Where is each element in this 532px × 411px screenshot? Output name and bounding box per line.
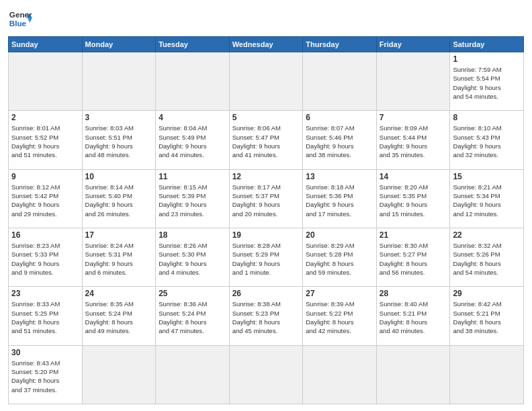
day-number: 16 xyxy=(11,230,79,240)
day-number: 6 xyxy=(306,113,373,122)
day-number: 18 xyxy=(159,230,226,240)
day-info: Sunrise: 8:23 AM Sunset: 5:33 PM Dayligh… xyxy=(11,241,79,277)
calendar-cell: 23Sunrise: 8:33 AM Sunset: 5:25 PM Dayli… xyxy=(9,287,83,345)
calendar-cell xyxy=(376,345,450,404)
calendar-cell xyxy=(82,52,156,111)
calendar-cell: 21Sunrise: 8:30 AM Sunset: 5:27 PM Dayli… xyxy=(376,228,450,286)
calendar-cell: 12Sunrise: 8:17 AM Sunset: 5:37 PM Dayli… xyxy=(229,169,303,228)
day-number: 14 xyxy=(380,172,447,181)
calendar-cell: 5Sunrise: 8:06 AM Sunset: 5:47 PM Daylig… xyxy=(229,111,303,169)
day-number: 2 xyxy=(11,113,79,122)
day-number: 3 xyxy=(85,113,153,122)
day-info: Sunrise: 8:12 AM Sunset: 5:42 PM Dayligh… xyxy=(11,183,79,218)
calendar-cell xyxy=(303,345,377,404)
calendar-cell: 16Sunrise: 8:23 AM Sunset: 5:33 PM Dayli… xyxy=(9,228,83,286)
day-number: 23 xyxy=(11,289,79,298)
calendar-cell: 27Sunrise: 8:39 AM Sunset: 5:22 PM Dayli… xyxy=(303,287,377,345)
svg-marker-3 xyxy=(28,17,32,22)
day-number: 4 xyxy=(159,113,226,122)
day-info: Sunrise: 7:59 AM Sunset: 5:54 PM Dayligh… xyxy=(453,65,521,101)
calendar-cell xyxy=(82,345,156,404)
day-number: 5 xyxy=(232,113,300,122)
calendar-cell: 11Sunrise: 8:15 AM Sunset: 5:39 PM Dayli… xyxy=(156,169,230,228)
day-info: Sunrise: 8:26 AM Sunset: 5:30 PM Dayligh… xyxy=(159,241,226,277)
day-info: Sunrise: 8:03 AM Sunset: 5:51 PM Dayligh… xyxy=(85,124,153,159)
calendar-cell: 6Sunrise: 8:07 AM Sunset: 5:46 PM Daylig… xyxy=(303,111,377,169)
day-info: Sunrise: 8:29 AM Sunset: 5:28 PM Dayligh… xyxy=(306,241,373,277)
calendar-body: 1Sunrise: 7:59 AM Sunset: 5:54 PM Daylig… xyxy=(9,52,524,404)
day-number: 7 xyxy=(380,113,447,122)
day-number: 20 xyxy=(306,230,373,240)
calendar-cell: 30Sunrise: 8:43 AM Sunset: 5:20 PM Dayli… xyxy=(9,345,83,404)
week-row-3: 16Sunrise: 8:23 AM Sunset: 5:33 PM Dayli… xyxy=(9,228,524,286)
calendar-cell xyxy=(450,345,524,404)
day-number: 30 xyxy=(11,348,79,357)
day-number: 1 xyxy=(453,54,521,64)
svg-text:Blue: Blue xyxy=(9,19,27,28)
calendar-cell xyxy=(376,52,450,111)
day-number: 26 xyxy=(232,289,300,298)
calendar-cell: 15Sunrise: 8:21 AM Sunset: 5:34 PM Dayli… xyxy=(450,169,524,228)
day-info: Sunrise: 8:42 AM Sunset: 5:21 PM Dayligh… xyxy=(453,300,521,335)
day-of-week-tuesday: Tuesday xyxy=(156,37,230,52)
day-info: Sunrise: 8:28 AM Sunset: 5:29 PM Dayligh… xyxy=(232,241,300,277)
day-number: 10 xyxy=(85,172,153,181)
day-info: Sunrise: 8:43 AM Sunset: 5:20 PM Dayligh… xyxy=(11,359,79,394)
calendar: SundayMondayTuesdayWednesdayThursdayFrid… xyxy=(8,36,524,404)
day-info: Sunrise: 8:21 AM Sunset: 5:34 PM Dayligh… xyxy=(453,183,521,218)
logo: General Blue xyxy=(8,7,32,31)
day-number: 11 xyxy=(159,172,226,181)
logo-icon: General Blue xyxy=(8,7,32,31)
day-info: Sunrise: 8:14 AM Sunset: 5:40 PM Dayligh… xyxy=(85,183,153,218)
calendar-cell xyxy=(229,345,303,404)
calendar-cell: 9Sunrise: 8:12 AM Sunset: 5:42 PM Daylig… xyxy=(9,169,83,228)
day-info: Sunrise: 8:36 AM Sunset: 5:24 PM Dayligh… xyxy=(159,300,226,335)
calendar-cell: 18Sunrise: 8:26 AM Sunset: 5:30 PM Dayli… xyxy=(156,228,230,286)
calendar-cell: 10Sunrise: 8:14 AM Sunset: 5:40 PM Dayli… xyxy=(82,169,156,228)
day-number: 9 xyxy=(11,172,79,181)
day-info: Sunrise: 8:06 AM Sunset: 5:47 PM Dayligh… xyxy=(232,124,300,159)
day-of-week-wednesday: Wednesday xyxy=(229,37,303,52)
week-row-4: 23Sunrise: 8:33 AM Sunset: 5:25 PM Dayli… xyxy=(9,287,524,345)
day-info: Sunrise: 8:18 AM Sunset: 5:36 PM Dayligh… xyxy=(306,183,373,218)
day-info: Sunrise: 8:35 AM Sunset: 5:24 PM Dayligh… xyxy=(85,300,153,335)
calendar-cell xyxy=(303,52,377,111)
calendar-cell: 28Sunrise: 8:40 AM Sunset: 5:21 PM Dayli… xyxy=(376,287,450,345)
page: General Blue SundayMondayTuesdayWednesda… xyxy=(0,0,532,411)
day-number: 19 xyxy=(232,230,300,240)
day-info: Sunrise: 8:07 AM Sunset: 5:46 PM Dayligh… xyxy=(306,124,373,159)
calendar-cell: 20Sunrise: 8:29 AM Sunset: 5:28 PM Dayli… xyxy=(303,228,377,286)
day-info: Sunrise: 8:30 AM Sunset: 5:27 PM Dayligh… xyxy=(380,241,447,277)
day-info: Sunrise: 8:33 AM Sunset: 5:25 PM Dayligh… xyxy=(11,300,79,335)
day-info: Sunrise: 8:32 AM Sunset: 5:26 PM Dayligh… xyxy=(453,241,521,277)
calendar-cell: 2Sunrise: 8:01 AM Sunset: 5:52 PM Daylig… xyxy=(9,111,83,169)
calendar-cell: 7Sunrise: 8:09 AM Sunset: 5:44 PM Daylig… xyxy=(376,111,450,169)
day-info: Sunrise: 8:17 AM Sunset: 5:37 PM Dayligh… xyxy=(232,183,300,218)
calendar-cell: 26Sunrise: 8:38 AM Sunset: 5:23 PM Dayli… xyxy=(229,287,303,345)
day-info: Sunrise: 8:38 AM Sunset: 5:23 PM Dayligh… xyxy=(232,300,300,335)
day-info: Sunrise: 8:01 AM Sunset: 5:52 PM Dayligh… xyxy=(11,124,79,159)
calendar-cell: 13Sunrise: 8:18 AM Sunset: 5:36 PM Dayli… xyxy=(303,169,377,228)
day-info: Sunrise: 8:15 AM Sunset: 5:39 PM Dayligh… xyxy=(159,183,226,218)
day-number: 25 xyxy=(159,289,226,298)
day-of-week-monday: Monday xyxy=(82,37,156,52)
day-number: 29 xyxy=(453,289,521,298)
day-info: Sunrise: 8:40 AM Sunset: 5:21 PM Dayligh… xyxy=(380,300,447,335)
day-number: 12 xyxy=(232,172,300,181)
week-row-5: 30Sunrise: 8:43 AM Sunset: 5:20 PM Dayli… xyxy=(9,345,524,404)
day-number: 28 xyxy=(380,289,447,298)
calendar-cell: 25Sunrise: 8:36 AM Sunset: 5:24 PM Dayli… xyxy=(156,287,230,345)
calendar-cell: 22Sunrise: 8:32 AM Sunset: 5:26 PM Dayli… xyxy=(450,228,524,286)
calendar-header: SundayMondayTuesdayWednesdayThursdayFrid… xyxy=(9,37,524,52)
calendar-cell xyxy=(156,52,230,111)
day-number: 13 xyxy=(306,172,373,181)
calendar-cell: 24Sunrise: 8:35 AM Sunset: 5:24 PM Dayli… xyxy=(82,287,156,345)
calendar-cell: 4Sunrise: 8:04 AM Sunset: 5:49 PM Daylig… xyxy=(156,111,230,169)
day-info: Sunrise: 8:09 AM Sunset: 5:44 PM Dayligh… xyxy=(380,124,447,159)
day-of-week-friday: Friday xyxy=(376,37,450,52)
day-of-week-thursday: Thursday xyxy=(303,37,377,52)
header: General Blue xyxy=(8,7,524,31)
day-of-week-saturday: Saturday xyxy=(450,37,524,52)
calendar-cell: 14Sunrise: 8:20 AM Sunset: 5:35 PM Dayli… xyxy=(376,169,450,228)
calendar-cell: 17Sunrise: 8:24 AM Sunset: 5:31 PM Dayli… xyxy=(82,228,156,286)
